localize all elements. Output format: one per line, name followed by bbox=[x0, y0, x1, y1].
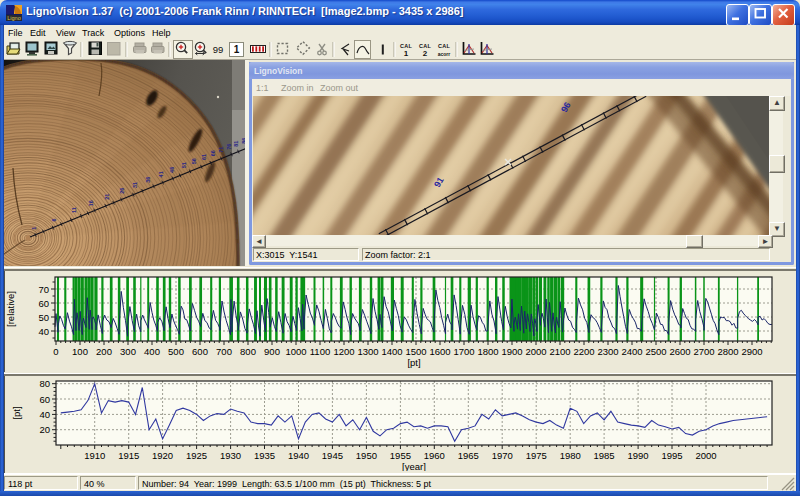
svg-text:56: 56 bbox=[191, 158, 197, 164]
svg-text:800: 800 bbox=[240, 346, 256, 357]
svg-text:2900: 2900 bbox=[741, 346, 762, 357]
svg-text:2100: 2100 bbox=[549, 346, 570, 357]
svg-text:1980: 1980 bbox=[560, 450, 581, 461]
svg-text:CAL: CAL bbox=[438, 43, 451, 49]
svg-text:81: 81 bbox=[233, 141, 239, 147]
svg-text:1600: 1600 bbox=[429, 346, 450, 357]
svg-text:500: 500 bbox=[168, 346, 184, 357]
svg-text:2000: 2000 bbox=[525, 346, 546, 357]
svg-text:1975: 1975 bbox=[526, 450, 547, 461]
svg-text:2: 2 bbox=[423, 49, 428, 58]
svg-text:900: 900 bbox=[264, 346, 280, 357]
svg-text:2000: 2000 bbox=[695, 450, 716, 461]
svg-text:600: 600 bbox=[192, 346, 208, 357]
svg-text:16: 16 bbox=[88, 200, 94, 206]
svg-text:51: 51 bbox=[181, 162, 187, 168]
svg-text:1985: 1985 bbox=[594, 450, 615, 461]
svg-text:1995: 1995 bbox=[661, 450, 682, 461]
svg-text:76: 76 bbox=[226, 144, 232, 150]
svg-text:1970: 1970 bbox=[492, 450, 513, 461]
svg-text:Ligno: Ligno bbox=[7, 15, 20, 21]
svg-text:1950: 1950 bbox=[356, 450, 377, 461]
svg-text:1915: 1915 bbox=[118, 450, 139, 461]
svg-text:1930: 1930 bbox=[220, 450, 241, 461]
svg-text:acorr: acorr bbox=[438, 51, 451, 57]
svg-text:31: 31 bbox=[133, 182, 139, 188]
svg-text:[pt]: [pt] bbox=[407, 357, 420, 368]
svg-text:1200: 1200 bbox=[333, 346, 354, 357]
svg-text:700: 700 bbox=[216, 346, 232, 357]
svg-text:60: 60 bbox=[39, 394, 50, 405]
svg-text:21: 21 bbox=[104, 194, 110, 200]
svg-text:1940: 1940 bbox=[288, 450, 309, 461]
svg-text:40: 40 bbox=[38, 326, 49, 337]
svg-text:26: 26 bbox=[119, 188, 125, 194]
svg-text:1920: 1920 bbox=[152, 450, 173, 461]
svg-text:20: 20 bbox=[39, 424, 50, 435]
svg-text:41: 41 bbox=[158, 171, 164, 177]
svg-text:1965: 1965 bbox=[458, 450, 479, 461]
svg-text:50: 50 bbox=[38, 312, 49, 323]
svg-text:80: 80 bbox=[39, 378, 50, 389]
svg-text:99: 99 bbox=[213, 44, 224, 55]
svg-text:2700: 2700 bbox=[693, 346, 714, 357]
svg-text:1925: 1925 bbox=[186, 450, 207, 461]
svg-text:1700: 1700 bbox=[453, 346, 474, 357]
svg-text:1300: 1300 bbox=[357, 346, 378, 357]
svg-text:300: 300 bbox=[120, 346, 136, 357]
svg-text:2600: 2600 bbox=[669, 346, 690, 357]
svg-text:400: 400 bbox=[144, 346, 160, 357]
svg-text:2400: 2400 bbox=[621, 346, 642, 357]
svg-text:46: 46 bbox=[170, 167, 176, 173]
svg-text:70: 70 bbox=[38, 284, 49, 295]
svg-text:0: 0 bbox=[53, 346, 58, 357]
svg-text:2200: 2200 bbox=[573, 346, 594, 357]
svg-text:[pt]: [pt] bbox=[11, 406, 22, 419]
svg-text:2800: 2800 bbox=[717, 346, 738, 357]
svg-text:40: 40 bbox=[39, 409, 50, 420]
svg-text:1960: 1960 bbox=[424, 450, 445, 461]
svg-text:100: 100 bbox=[72, 346, 88, 357]
svg-text:71: 71 bbox=[219, 147, 225, 153]
svg-text:1: 1 bbox=[234, 44, 240, 55]
svg-text:200: 200 bbox=[96, 346, 112, 357]
svg-text:[year]: [year] bbox=[402, 461, 426, 471]
svg-text:1: 1 bbox=[31, 227, 37, 230]
svg-text:1000: 1000 bbox=[285, 346, 306, 357]
svg-text:1: 1 bbox=[404, 49, 409, 58]
svg-text:6: 6 bbox=[51, 218, 57, 221]
svg-text:36: 36 bbox=[145, 177, 151, 183]
svg-text:1910: 1910 bbox=[84, 450, 105, 461]
svg-text:1100: 1100 bbox=[310, 346, 330, 357]
svg-text:2300: 2300 bbox=[597, 346, 618, 357]
svg-text:60: 60 bbox=[38, 298, 49, 309]
svg-text:2500: 2500 bbox=[645, 346, 666, 357]
svg-text:[relative]: [relative] bbox=[5, 291, 16, 327]
svg-text:1955: 1955 bbox=[390, 450, 411, 461]
svg-text:1990: 1990 bbox=[628, 450, 649, 461]
svg-text:1800: 1800 bbox=[477, 346, 498, 357]
svg-text:1400: 1400 bbox=[381, 346, 402, 357]
svg-text:1500: 1500 bbox=[405, 346, 426, 357]
svg-text:66: 66 bbox=[210, 150, 216, 156]
svg-text:11: 11 bbox=[71, 207, 77, 213]
svg-text:1945: 1945 bbox=[322, 450, 343, 461]
svg-text:1935: 1935 bbox=[254, 450, 275, 461]
svg-text:61: 61 bbox=[201, 154, 207, 160]
svg-text:1900: 1900 bbox=[501, 346, 522, 357]
